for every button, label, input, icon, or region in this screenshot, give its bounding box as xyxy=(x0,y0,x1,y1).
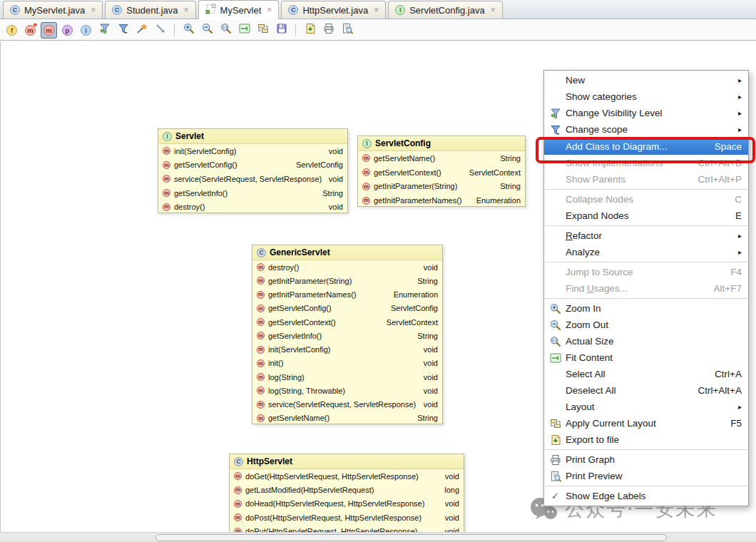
tab-servletconfig-java[interactable]: IServletConfig.java× xyxy=(388,1,503,19)
close-icon[interactable]: × xyxy=(184,5,189,15)
uml-method-row[interactable]: mdoGet(HttpServletRequest, HttpServletRe… xyxy=(230,469,464,483)
uml-method-row[interactable]: mgetServletConfig()ServletConfig xyxy=(252,302,442,315)
change-visibility-level-button[interactable] xyxy=(96,22,113,39)
actual-size-button[interactable]: 1:1 xyxy=(218,22,234,39)
method-return-type: void xyxy=(329,203,343,211)
uml-method-row[interactable]: mdestroy()void xyxy=(252,260,442,274)
change-scope-button[interactable] xyxy=(115,22,131,39)
menu-item-fit-content[interactable]: Fit Content xyxy=(544,349,748,366)
show-inner-classes-button[interactable]: i xyxy=(78,22,94,39)
uml-method-row[interactable]: mgetInitParameter(String)String xyxy=(252,274,442,287)
horizontal-scrollbar-thumb[interactable] xyxy=(155,534,667,541)
menu-item-export-to-file[interactable]: Export to file xyxy=(544,431,748,448)
uml-method-row[interactable]: mgetInitParameterNames()Enumeration xyxy=(252,288,442,302)
menu-item-jump-to-source[interactable]: Jump to SourceF4 xyxy=(544,264,748,280)
show-methods-button[interactable]: m xyxy=(41,22,57,39)
print-preview-button[interactable] xyxy=(339,22,355,39)
uml-method-row[interactable]: mgetServletName()String xyxy=(358,151,525,165)
method-icon: m xyxy=(362,154,370,162)
uml-method-row[interactable]: mgetServletContext()ServletContext xyxy=(252,315,442,329)
close-icon[interactable]: × xyxy=(491,5,496,15)
uml-class-genericservlet[interactable]: CGenericServletmdestroy()voidmgetInitPar… xyxy=(252,245,443,424)
uml-method-row[interactable]: mgetServletConfig()ServletConfig xyxy=(158,158,347,173)
zoom-out-button[interactable] xyxy=(199,22,215,39)
tab-myservlet-java[interactable]: CMyServlet.java× xyxy=(3,1,103,19)
method-icon: m xyxy=(257,277,265,285)
uml-class-header[interactable]: CHttpServlet xyxy=(230,454,464,469)
menu-item-zoom-in[interactable]: Zoom In xyxy=(544,300,748,317)
menu-item-label: Collapse Nodes xyxy=(566,194,723,205)
menu-item-show-categories[interactable]: Show categories▸ xyxy=(544,88,748,105)
menu-item-collapse-nodes[interactable]: Collapse NodesC xyxy=(544,191,748,208)
menu-item-find-usages[interactable]: Find Usages...Alt+F7 xyxy=(544,280,748,297)
tab-student-java[interactable]: CStudent.java× xyxy=(105,1,195,19)
menu-icon-spacer xyxy=(549,140,561,152)
uml-class-header[interactable]: CGenericServlet xyxy=(252,245,442,260)
menu-item-print-preview[interactable]: Print Preview xyxy=(544,468,748,484)
uml-method-row[interactable]: minit()void xyxy=(252,357,442,370)
tab-httpservlet-java[interactable]: CHttpServlet.java× xyxy=(281,1,386,19)
show-dependencies-button[interactable] xyxy=(133,22,150,39)
menu-item-print-graph[interactable]: Print Graph xyxy=(544,451,748,468)
uml-class-servletconfig[interactable]: IServletConfigmgetServletName()Stringmge… xyxy=(357,136,526,207)
show-constructors-button[interactable]: m✷ xyxy=(22,22,39,39)
show-fields-button[interactable]: f xyxy=(4,22,20,39)
method-signature: getServletName() xyxy=(268,414,330,422)
menu-item-new[interactable]: New▸ xyxy=(544,72,748,88)
method-return-type: Enumeration xyxy=(394,290,438,299)
menu-item-show-parents[interactable]: Show ParentsCtrl+Alt+P xyxy=(544,171,748,188)
edge-creation-button[interactable] xyxy=(152,22,168,39)
menu-item-show-edge-labels[interactable]: ✓Show Edge Labels xyxy=(544,488,748,504)
uml-class-header[interactable]: IServlet xyxy=(158,129,347,144)
uml-class-header[interactable]: IServletConfig xyxy=(358,136,525,151)
menu-item-layout[interactable]: Layout▸ xyxy=(544,399,748,415)
save-button[interactable] xyxy=(273,22,290,39)
menu-item-change-visibility-level[interactable]: Change Visibility Level▸ xyxy=(544,105,748,121)
uml-method-row[interactable]: mgetInitParameterNames()Enumeration xyxy=(358,193,525,207)
zoom-in-button[interactable] xyxy=(180,22,197,39)
menu-item-deselect-all[interactable]: Deselect AllCtrl+Alt+A xyxy=(544,382,748,399)
menu-item-change-scope[interactable]: Change scope▸ xyxy=(544,121,748,138)
close-icon[interactable]: × xyxy=(91,5,96,15)
uml-method-row[interactable]: minit(ServletConfig)void xyxy=(158,144,347,158)
show-properties-button[interactable]: p xyxy=(59,22,76,39)
menu-item-actual-size[interactable]: 1:1Actual Size xyxy=(544,333,748,349)
close-icon[interactable]: × xyxy=(374,5,379,15)
menu-item-select-all[interactable]: Select AllCtrl+A xyxy=(544,366,748,382)
menu-item-refactor[interactable]: Refactor▸ xyxy=(544,227,748,244)
tab-myservlet[interactable]: MyServlet× xyxy=(198,0,280,19)
uml-method-row[interactable]: minit(ServletConfig)void xyxy=(252,343,442,357)
menu-item-analyze[interactable]: Analyze▸ xyxy=(544,244,748,260)
svg-text:1:1: 1:1 xyxy=(551,338,557,342)
uml-class-httpservlet[interactable]: CHttpServletmdoGet(HttpServletRequest, H… xyxy=(229,454,464,542)
uml-method-row[interactable]: mgetInitParameter(String)String xyxy=(358,180,525,194)
method-return-type: void xyxy=(424,373,438,382)
horizontal-scrollbar[interactable] xyxy=(0,532,756,542)
close-icon[interactable]: × xyxy=(267,5,272,15)
uml-method-row[interactable]: mgetLastModified(HttpServletRequest)long xyxy=(230,483,464,496)
uml-method-row[interactable]: mgetServletContext()ServletContext xyxy=(358,165,525,180)
menu-item-show-implementations[interactable]: Show ImplementationsCtrl+Alt+B xyxy=(544,155,748,171)
menu-item-label: Show Parents xyxy=(566,174,686,185)
menu-item-zoom-out[interactable]: Zoom Out xyxy=(544,317,748,333)
uml-method-row[interactable]: mgetServletInfo()String xyxy=(252,329,442,342)
uml-method-row[interactable]: mdoPost(HttpServletRequest, HttpServletR… xyxy=(230,511,464,524)
menu-item-add-class-to-diagram[interactable]: Add Class to Diagram...Space xyxy=(544,138,748,155)
apply-layout-button[interactable] xyxy=(255,22,271,39)
uml-method-row[interactable]: mlog(String, Throwable)void xyxy=(252,384,442,397)
uml-method-row[interactable]: mservice(ServletRequest, ServletResponse… xyxy=(252,398,442,411)
fit-content-button[interactable] xyxy=(236,22,252,39)
print-button[interactable] xyxy=(320,22,337,39)
menu-item-expand-nodes[interactable]: Expand NodesE xyxy=(544,208,748,224)
checkmark-icon: ✓ xyxy=(549,491,561,502)
uml-method-row[interactable]: mgetServletName()String xyxy=(252,411,442,424)
uml-method-row[interactable]: mdoHead(HttpServletRequest, HttpServletR… xyxy=(230,497,464,511)
uml-method-row[interactable]: mservice(ServletRequest, ServletResponse… xyxy=(158,172,347,186)
export-button[interactable] xyxy=(302,22,318,39)
uml-method-row[interactable]: mgetServletInfo()String xyxy=(158,186,347,200)
uml-class-servlet[interactable]: IServletminit(ServletConfig)voidmgetServ… xyxy=(158,128,348,213)
uml-method-row[interactable]: mlog(String)void xyxy=(252,370,442,384)
menu-item-apply-current-layout[interactable]: Apply Current LayoutF5 xyxy=(544,415,748,431)
uml-method-row[interactable]: mdestroy()void xyxy=(158,200,347,213)
method-return-type: void xyxy=(445,472,459,481)
